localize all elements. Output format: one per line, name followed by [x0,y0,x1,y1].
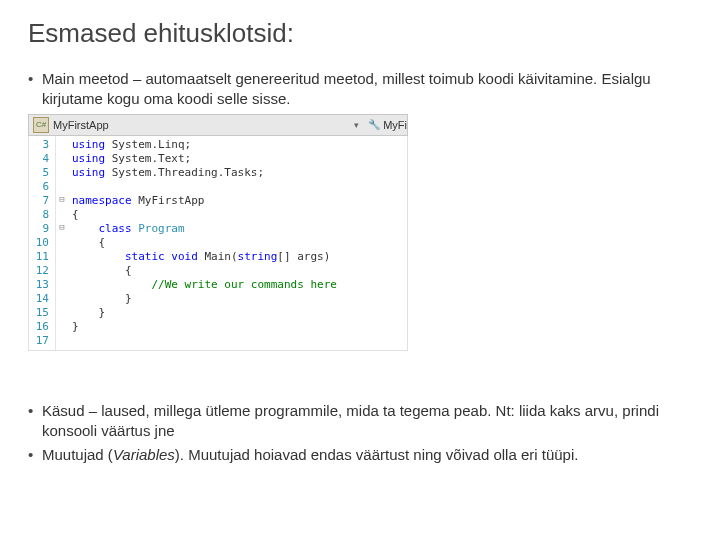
fold-minus-icon: ⊟ [59,220,64,234]
csharp-file-icon: C# [33,117,49,133]
slide-title: Esmased ehitusklotsid: [28,18,692,49]
bullet-text: Käsud – laused, millega ütleme programmi… [42,401,692,442]
code-body: 34567891011121314151617 ⊟⊟ using System.… [28,136,408,351]
fold-gutter: ⊟⊟ [56,136,68,350]
fold-minus-icon: ⊟ [59,192,64,206]
bullet-text: Muutujad (Variables). Muutujad hoiavad e… [42,445,692,465]
bullet-commands: • Käsud – laused, millega ütleme program… [28,401,692,442]
bullet-main: • Main meetod – automaatselt genereeritu… [28,69,692,110]
bullet-dot: • [28,445,42,465]
bullet-dot: • [28,401,42,442]
dropdown-arrow-icon: ▾ [354,120,359,130]
dropdown-right-label: MyFi [383,119,407,131]
code-content: using System.Linq; using System.Text; us… [68,136,407,350]
bullet-variables: • Muutujad (Variables). Muutujad hoiavad… [28,445,692,465]
code-editor: C# MyFirstApp ▾ 🔧 MyFi 34567891011121314… [28,114,408,351]
wrench-icon: 🔧 [368,119,380,131]
line-number-gutter: 34567891011121314151617 [29,136,56,350]
tab-label: MyFirstApp [53,119,109,131]
editor-tab-bar: C# MyFirstApp ▾ 🔧 MyFi [28,114,408,136]
bullet-dot: • [28,69,42,110]
bullet-text: Main meetod – automaatselt genereeritud … [42,69,692,110]
